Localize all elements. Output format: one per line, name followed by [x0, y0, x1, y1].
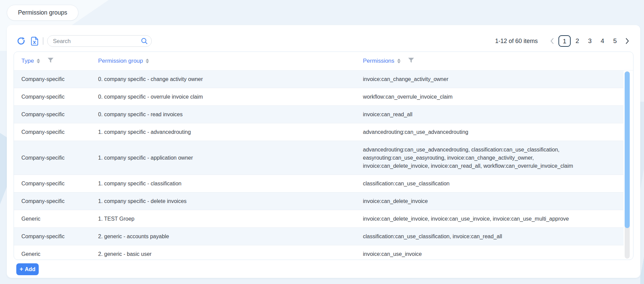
- column-label: Type: [21, 58, 34, 64]
- cell-group: 1. company specific - delete invoices: [98, 192, 363, 210]
- column-label: Permissions: [363, 58, 394, 64]
- toolbar-divider: [43, 37, 43, 45]
- cell-permissions: advancedrouting:can_use_advancedrouting,…: [363, 141, 624, 175]
- cell-type: Company-specific: [21, 228, 98, 245]
- cell-group: 2. generic - accounts payable: [98, 228, 363, 245]
- cell-permissions: invoice:can_read_all: [363, 106, 624, 123]
- filter-icon[interactable]: [408, 57, 415, 65]
- column-header-permission-group[interactable]: Permission group: [98, 58, 363, 64]
- cell-group: 1. company specific - application owner: [98, 149, 363, 166]
- sort-icon[interactable]: [146, 59, 149, 63]
- content-card: 1-12 of 60 items 12345 TypePermission gr…: [7, 25, 640, 278]
- cell-group: 0. company specific - overrule invoice c…: [98, 88, 363, 105]
- table-header-row: TypePermission groupPermissions: [14, 52, 633, 70]
- column-label: Permission group: [98, 58, 143, 64]
- filter-icon[interactable]: [47, 57, 54, 65]
- plus-icon: +: [20, 266, 23, 273]
- table-row[interactable]: Company-specific1. company specific - ap…: [14, 141, 624, 175]
- cell-type: Generic: [21, 210, 98, 227]
- cell-type: Generic: [21, 245, 98, 260]
- table-row[interactable]: Company-specific1. company specific - cl…: [14, 175, 624, 192]
- sort-icon[interactable]: [397, 59, 401, 63]
- cell-permissions: classification:can_use_classification: [363, 175, 624, 192]
- cell-permissions: invoice:can_delete_invoice: [363, 192, 624, 210]
- table-row[interactable]: Company-specific1. company specific - de…: [14, 192, 624, 210]
- sort-icon[interactable]: [37, 59, 40, 63]
- table-row[interactable]: Company-specific2. generic - accounts pa…: [14, 228, 624, 245]
- cell-type: Company-specific: [21, 88, 98, 105]
- add-button[interactable]: + Add: [16, 263, 39, 275]
- page-button-2[interactable]: 2: [571, 35, 584, 47]
- cell-type: Company-specific: [21, 175, 98, 192]
- excel-export-icon[interactable]: [31, 37, 38, 46]
- cell-group: 0. company specific - change activity ow…: [98, 70, 363, 88]
- search-input[interactable]: [47, 35, 152, 47]
- cell-group: 2. generic - basic user: [98, 245, 363, 260]
- table-row[interactable]: Generic2. generic - basic userinvoice:ca…: [14, 245, 624, 260]
- next-page-button[interactable]: [621, 35, 633, 47]
- search-box: [47, 35, 152, 47]
- background-shape: [640, 102, 644, 284]
- page-button-1[interactable]: 1: [558, 35, 571, 47]
- table-row[interactable]: Company-specific0. company specific - re…: [14, 106, 624, 123]
- cell-type: Company-specific: [21, 70, 98, 88]
- pagination: 1-12 of 60 items 12345: [495, 35, 633, 47]
- cell-permissions: classification:can_use_classification, i…: [363, 228, 624, 245]
- cell-permissions: workflow:can_overrule_invoice_claim: [363, 88, 624, 105]
- add-button-label: Add: [25, 266, 35, 272]
- cell-type: Company-specific: [21, 106, 98, 123]
- search-icon[interactable]: [141, 38, 148, 46]
- cell-permissions: advancedrouting:can_use_advancedrouting: [363, 123, 624, 141]
- column-header-permissions[interactable]: Permissions: [363, 57, 633, 65]
- column-header-type[interactable]: Type: [21, 57, 98, 65]
- cell-permissions: invoice:can_use_invoice: [363, 245, 624, 260]
- cell-group: 1. company specific - advancedrouting: [98, 123, 363, 141]
- permission-groups-table: TypePermission groupPermissions Company-…: [14, 52, 633, 260]
- table-scrollbar-thumb[interactable]: [625, 72, 630, 228]
- page-button-5[interactable]: 5: [609, 35, 621, 47]
- cell-group: 1. company specific - classification: [98, 175, 363, 192]
- cell-type: Company-specific: [21, 123, 98, 141]
- table-row[interactable]: Company-specific0. company specific - ov…: [14, 88, 624, 106]
- page-button-4[interactable]: 4: [596, 35, 609, 47]
- table-body: Company-specific0. company specific - ch…: [14, 70, 624, 260]
- table-row[interactable]: Company-specific1. company specific - ad…: [14, 123, 624, 141]
- cell-permissions: invoice:can_change_activity_owner: [363, 70, 624, 88]
- table-row[interactable]: Generic1. TEST Groepinvoice:can_delete_i…: [14, 210, 624, 228]
- cell-type: Company-specific: [21, 149, 98, 166]
- cell-type: Company-specific: [21, 192, 98, 210]
- pagination-pages: 12345: [558, 35, 621, 47]
- cell-group: 0. company specific - read invoices: [98, 106, 363, 123]
- cell-permissions: invoice:can_delete_invoice, invoice:can_…: [363, 210, 624, 227]
- table-row[interactable]: Company-specific0. company specific - ch…: [14, 70, 624, 88]
- refresh-icon[interactable]: [17, 37, 25, 45]
- pagination-summary: 1-12 of 60 items: [495, 38, 538, 45]
- prev-page-button[interactable]: [546, 35, 558, 47]
- page-title-label: Permission groups: [18, 9, 67, 16]
- page-button-3[interactable]: 3: [584, 35, 596, 47]
- toolbar: 1-12 of 60 items 12345: [7, 30, 640, 52]
- page-title[interactable]: Permission groups: [7, 5, 78, 21]
- cell-group: 1. TEST Groep: [98, 210, 363, 227]
- background-shape: [0, 131, 7, 204]
